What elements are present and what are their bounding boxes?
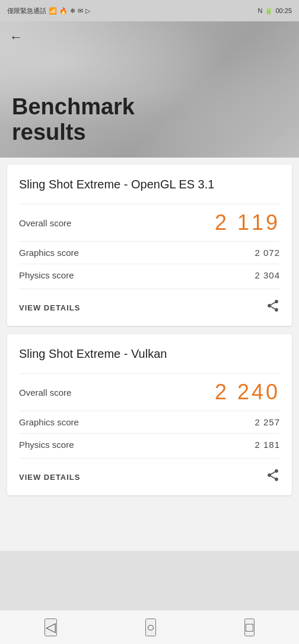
status-bar: 僅限緊急通話 📶 🔥 ❄ ✉ ▷ N 🔋 00:25 bbox=[0, 0, 299, 21]
vulkan-overall-score-row: Overall score 2 240 bbox=[19, 373, 280, 411]
mail-icon: ✉ bbox=[78, 7, 83, 15]
nav-home-button[interactable]: ○ bbox=[145, 619, 155, 636]
wifi-icon: 📶 bbox=[49, 7, 57, 15]
vulkan-physics-score-value: 2 181 bbox=[255, 440, 280, 450]
vulkan-physics-score-row: Physics score 2 181 bbox=[19, 433, 280, 456]
view-details-button-opengl[interactable]: VIEW DETAILS bbox=[19, 303, 80, 312]
vulkan-overall-score-value: 2 240 bbox=[215, 380, 280, 405]
fire-icon: 🔥 bbox=[59, 7, 68, 15]
status-left: 僅限緊急通話 📶 🔥 ❄ ✉ ▷ bbox=[7, 7, 90, 15]
graphics-score-row: Graphics score 2 072 bbox=[19, 241, 280, 264]
card-vulkan: Sling Shot Extreme - Vulkan Overall scor… bbox=[7, 334, 292, 495]
vulkan-graphics-score-label: Graphics score bbox=[19, 417, 79, 427]
page-title: Benchmarkresults bbox=[12, 94, 135, 146]
nav-bar: ◁ ○ □ bbox=[0, 610, 299, 644]
cast-icon: ▷ bbox=[85, 7, 90, 15]
vulkan-overall-score-label: Overall score bbox=[19, 387, 71, 398]
nav-back-button[interactable]: ◁ bbox=[44, 619, 57, 636]
card-vulkan-footer: VIEW DETAILS bbox=[19, 458, 280, 486]
card-vulkan-title: Sling Shot Extreme - Vulkan bbox=[19, 346, 280, 361]
card-opengl-footer: VIEW DETAILS bbox=[19, 289, 280, 316]
view-details-button-vulkan[interactable]: VIEW DETAILS bbox=[19, 473, 80, 482]
overall-score-row: Overall score 2 119 bbox=[19, 204, 280, 241]
physics-score-value: 2 304 bbox=[255, 270, 280, 280]
vulkan-graphics-score-row: Graphics score 2 257 bbox=[19, 411, 280, 433]
physics-score-label: Physics score bbox=[19, 270, 74, 280]
hero-background: ← Benchmarkresults bbox=[0, 21, 299, 158]
card-opengl: Sling Shot Extreme - OpenGL ES 3.1 Overa… bbox=[7, 165, 292, 326]
time-display: 00:25 bbox=[275, 7, 292, 14]
vulkan-graphics-score-value: 2 257 bbox=[255, 417, 280, 427]
back-button[interactable]: ← bbox=[9, 30, 23, 45]
overall-score-label: Overall score bbox=[19, 218, 71, 228]
vulkan-physics-score-label: Physics score bbox=[19, 440, 74, 450]
share-icon-opengl[interactable] bbox=[266, 299, 280, 316]
card-opengl-title: Sling Shot Extreme - OpenGL ES 3.1 bbox=[19, 177, 280, 192]
nfc-icon: N bbox=[258, 7, 263, 14]
overall-score-value: 2 119 bbox=[215, 210, 280, 235]
battery-icon: 🔋 bbox=[265, 7, 273, 15]
status-emergency-text: 僅限緊急通話 bbox=[7, 7, 46, 15]
status-right: N 🔋 00:25 bbox=[258, 7, 292, 15]
content-area: Sling Shot Extreme - OpenGL ES 3.1 Overa… bbox=[0, 158, 299, 551]
graphics-score-value: 2 072 bbox=[255, 248, 280, 258]
snowflake-icon: ❄ bbox=[70, 7, 75, 15]
graphics-score-label: Graphics score bbox=[19, 248, 79, 258]
physics-score-row: Physics score 2 304 bbox=[19, 264, 280, 286]
share-icon-vulkan[interactable] bbox=[266, 468, 280, 486]
nav-recent-button[interactable]: □ bbox=[244, 619, 255, 636]
